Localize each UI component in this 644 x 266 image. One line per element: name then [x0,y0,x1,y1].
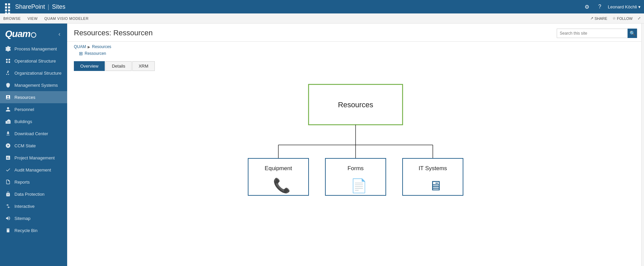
right-rail [641,24,644,266]
sidebar-item-label: Resources [14,95,35,100]
brand-separator: | [48,3,49,10]
sidebar-item-label: Interactive [14,204,35,209]
breadcrumb-root[interactable]: QUAM [74,44,86,49]
sidebar-item-label: Management Systems [14,83,58,88]
sidebar-collapse-btn[interactable]: ‹ [57,29,62,39]
sidebar-item-label: Audit Management [14,167,51,173]
sidebar-logo-area: Quam ‹ [0,24,67,43]
page-title: Resources: Ressourcen [74,29,153,37]
sidebar-item-label: Organizational Structure [14,71,61,76]
share-action[interactable]: ↗ SHARE [590,16,607,21]
sharepoint-label: SharePoint [15,3,45,10]
settings-icon[interactable]: ⚙ [582,2,592,11]
waffle-menu[interactable] [3,2,13,12]
grid-icon [5,58,11,64]
tab-details[interactable]: Details [105,61,132,71]
root-label: Resources [338,101,373,109]
breadcrumb-sub-icon: ⊞ [79,51,83,56]
share-icon: ↗ [590,16,593,21]
sidebar-item-operational-structure[interactable]: Operational Structure [0,55,67,67]
equipment-label: Equipment [265,165,292,172]
sidebar-item-download-center[interactable]: Download Center [0,127,67,140]
sidebar-item-label: Operational Structure [14,59,56,64]
follow-action[interactable]: ☆ FOLLOW [612,16,633,21]
download-icon [5,130,11,137]
audit-icon [5,167,11,173]
ribbon-quam-visio[interactable]: QUAM VISIO MODELER [44,16,89,21]
sidebar: Quam ‹ Process Management Operational St… [0,24,67,266]
diagram-area: Resources Equipment 📞 Forms [67,71,644,239]
main-layout: Quam ‹ Process Management Operational St… [0,24,644,266]
interactive-icon [5,203,11,209]
ribbon-bar: BROWSE VIEW QUAM VISIO MODELER ↗ SHARE ☆… [0,13,644,24]
sidebar-item-label: Download Center [14,131,48,136]
sidebar-item-label: Reports [14,180,30,185]
sidebar-item-personnel[interactable]: Personnel [0,103,67,115]
sidebar-item-org-structure[interactable]: Organizational Structure [0,67,67,79]
shield-icon [5,82,11,88]
person-icon [5,106,11,112]
help-icon[interactable]: ? [595,2,604,11]
search-input[interactable] [557,31,628,36]
forms-label: Forms [348,165,364,172]
forms-icon: 📄 [351,178,367,194]
tab-overview[interactable]: Overview [74,61,105,71]
org-icon [5,70,11,76]
equipment-icon: 📞 [273,177,291,194]
breadcrumb-sub: ⊞ Ressourcen [67,51,644,58]
search-bar: 🔍 [557,29,637,38]
sites-label: Sites [52,3,65,10]
sidebar-item-label: Data Protection [14,192,45,197]
building-icon [5,118,11,124]
sidebar-nav: Process Management Operational Structure… [0,43,67,266]
sidebar-item-reports[interactable]: Reports [0,176,67,188]
lock-icon [5,191,11,197]
sidebar-item-label: Process Management [14,46,57,51]
it-systems-label: IT Systems [419,165,447,172]
sidebar-item-data-protection[interactable]: Data Protection [0,188,67,200]
popup-icon: ⤢ [638,16,641,21]
sidebar-item-sitemap[interactable]: Sitemap [0,212,67,224]
sidebar-item-project-management[interactable]: Project Management [0,152,67,164]
sidebar-item-process-management[interactable]: Process Management [0,43,67,55]
top-bar-right: ⚙ ? Leonard Köchli ▾ [582,2,641,11]
sidebar-item-label: Recycle Bin [14,228,38,233]
popup-action[interactable]: ⤢ [638,16,641,21]
gear-icon [5,46,11,52]
sidebar-item-interactive[interactable]: Interactive [0,200,67,212]
brand: SharePoint | Sites [15,3,65,10]
breadcrumb-level1[interactable]: Resources [92,44,111,49]
project-icon [5,155,11,161]
breadcrumb: QUAM ▶ Resources [67,42,644,51]
trash-icon [5,227,11,233]
it-systems-icon: 🖥 [429,178,442,193]
sitemap-icon [5,215,11,221]
user-menu[interactable]: Leonard Köchli ▾ [608,4,641,9]
search-button[interactable]: 🔍 [628,29,637,38]
sidebar-item-buildings[interactable]: Buildings [0,115,67,127]
top-bar: SharePoint | Sites ⚙ ? Leonard Köchli ▾ [0,0,644,13]
ribbon-browse[interactable]: BROWSE [3,16,21,21]
tabs-bar: Overview Details XRM [67,58,644,71]
breadcrumb-sep1: ▶ [88,45,90,49]
sidebar-item-resources[interactable]: Resources [0,91,67,103]
sidebar-item-label: CCM State [14,143,36,148]
sidebar-item-label: Project Management [14,155,55,160]
ribbon-view[interactable]: VIEW [28,16,38,21]
org-chart-svg: Resources Equipment 📞 Forms [238,78,473,205]
user-chevron: ▾ [638,4,641,9]
star-icon: ☆ [612,16,616,21]
sidebar-item-label: Personnel [14,107,34,112]
sidebar-item-recycle-bin[interactable]: Recycle Bin [0,224,67,236]
content-header: Resources: Ressourcen 🔍 [67,24,644,42]
breadcrumb-level2[interactable]: Ressourcen [85,51,106,56]
resource-icon [5,94,11,100]
sidebar-item-ccm-state[interactable]: CCM State [0,140,67,152]
sidebar-item-management-systems[interactable]: Management Systems [0,79,67,91]
logo-text: Quam [5,29,36,39]
sidebar-item-label: Sitemap [14,216,31,221]
sidebar-item-audit-management[interactable]: Audit Management [0,164,67,176]
reports-icon [5,179,11,185]
tab-xrm[interactable]: XRM [132,61,155,71]
ccm-icon [5,143,11,149]
